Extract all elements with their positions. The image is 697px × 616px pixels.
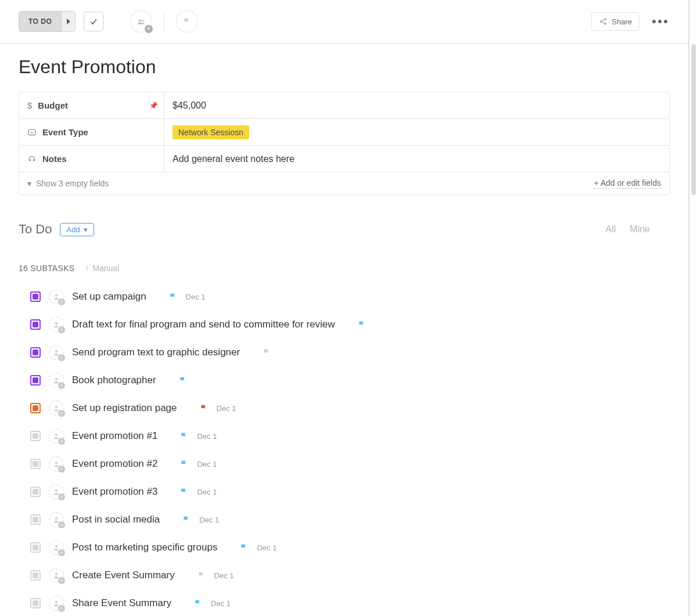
due-date[interactable]: Dec 1: [199, 516, 219, 524]
priority-flag-icon[interactable]: [239, 543, 249, 552]
due-date[interactable]: Dec 1: [197, 488, 217, 496]
task-name[interactable]: Post to marketing specific groups: [72, 542, 217, 553]
task-name[interactable]: Event promotion #1: [72, 430, 157, 442]
task-name[interactable]: Set up registration page: [72, 402, 177, 414]
task-name[interactable]: Create Event Summary: [72, 570, 175, 581]
priority-flag-icon[interactable]: [199, 404, 209, 413]
task-row[interactable]: +Set up registration pageDec 1: [30, 401, 670, 416]
task-checkbox[interactable]: [30, 431, 41, 441]
task-row[interactable]: +Event promotion #1Dec 1: [30, 428, 670, 444]
task-name[interactable]: Book photographer: [72, 374, 156, 386]
task-checkbox[interactable]: [30, 542, 41, 553]
task-name[interactable]: Set up campaign: [72, 291, 146, 302]
chevron-down-icon: ▾: [27, 179, 31, 188]
pin-icon[interactable]: 📌: [149, 102, 158, 110]
assignee-button[interactable]: +: [49, 428, 64, 444]
task-checkbox[interactable]: [30, 291, 41, 302]
priority-flag-icon[interactable]: [179, 459, 189, 469]
more-menu-button[interactable]: [648, 20, 672, 23]
task-row[interactable]: +Post in social mediaDec 1: [30, 512, 670, 527]
assignees-button[interactable]: +: [130, 10, 152, 33]
task-checkbox[interactable]: [30, 598, 41, 608]
priority-flag-icon[interactable]: [178, 376, 188, 385]
task-row[interactable]: +Share Event SummaryDec 1: [30, 596, 670, 611]
priority-flag-icon[interactable]: [179, 487, 189, 496]
task-row[interactable]: +Send program text to graphic designer: [30, 345, 670, 360]
field-value-notes[interactable]: Add general event notes here: [164, 146, 669, 172]
assignee-button[interactable]: +: [49, 289, 64, 304]
field-label[interactable]: $ Budget 📌: [19, 92, 164, 118]
task-row[interactable]: +Event promotion #2Dec 1: [30, 456, 670, 471]
due-date[interactable]: Dec 1: [214, 571, 234, 580]
assignee-button[interactable]: +: [49, 401, 64, 416]
field-value-event-type[interactable]: Network Sessiosn: [164, 119, 669, 145]
scrollbar[interactable]: [689, 0, 697, 616]
task-name[interactable]: Event promotion #3: [72, 486, 157, 498]
task-name[interactable]: Send program text to graphic designer: [72, 347, 240, 358]
section-header: To Do Add ▾ All Mine: [19, 222, 670, 237]
assignee-button[interactable]: +: [49, 373, 64, 388]
assignee-button[interactable]: +: [49, 456, 64, 471]
due-date[interactable]: Dec 1: [211, 599, 231, 608]
plus-badge-icon: +: [58, 298, 65, 305]
task-name[interactable]: Draft text for final program and send to…: [72, 319, 335, 330]
priority-flag-icon[interactable]: [357, 320, 367, 329]
mark-complete-button[interactable]: [84, 12, 103, 31]
assignee-button[interactable]: +: [49, 345, 64, 360]
task-row[interactable]: +Create Event SummaryDec 1: [30, 568, 670, 583]
task-row[interactable]: +Set up campaignDec 1: [30, 289, 670, 304]
filter-all[interactable]: All: [606, 224, 616, 235]
assignee-button[interactable]: +: [49, 596, 64, 611]
task-name[interactable]: Post in social media: [72, 514, 160, 525]
section-title: To Do: [19, 222, 52, 237]
priority-flag-icon[interactable]: [182, 515, 191, 524]
add-subtask-button[interactable]: Add ▾: [60, 223, 94, 236]
page-title[interactable]: Event Promotion: [19, 56, 670, 78]
task-checkbox[interactable]: [30, 319, 41, 330]
due-date[interactable]: Dec 1: [257, 543, 276, 552]
task-checkbox[interactable]: [30, 570, 41, 581]
add-label: Add: [66, 225, 80, 234]
checkbox-inner: [33, 489, 38, 495]
priority-flag-icon[interactable]: [179, 431, 189, 441]
assignee-button[interactable]: +: [49, 568, 64, 583]
assignee-button[interactable]: +: [49, 512, 64, 527]
share-icon: [599, 17, 608, 26]
task-row[interactable]: +Book photographer: [30, 373, 670, 388]
assignee-button[interactable]: +: [49, 317, 64, 332]
task-checkbox[interactable]: [30, 459, 41, 469]
task-checkbox[interactable]: [30, 403, 41, 413]
task-row[interactable]: +Draft text for final program and send t…: [30, 317, 670, 332]
plus-badge-icon: +: [58, 438, 65, 445]
priority-flag-icon[interactable]: [168, 292, 178, 301]
field-value-budget[interactable]: $45,000: [164, 92, 669, 118]
assignee-button[interactable]: +: [49, 484, 64, 499]
add-edit-fields-button[interactable]: + Add or edit fields: [594, 178, 661, 189]
due-date[interactable]: Dec 1: [186, 293, 206, 301]
due-date[interactable]: Dec 1: [197, 460, 217, 469]
due-date[interactable]: Dec 1: [197, 432, 217, 441]
priority-flag-icon[interactable]: [193, 599, 203, 608]
sort-button[interactable]: ↑ Manual: [85, 264, 119, 273]
priority-flag-icon[interactable]: [197, 571, 206, 580]
field-label[interactable]: Event Type: [19, 119, 164, 145]
status-caret[interactable]: [61, 12, 75, 31]
task-checkbox[interactable]: [30, 487, 41, 497]
share-button[interactable]: Share: [591, 12, 639, 31]
task-row[interactable]: +Post to marketing specific groupsDec 1: [30, 540, 670, 555]
priority-button[interactable]: [176, 10, 198, 33]
task-name[interactable]: Share Event Summary: [72, 597, 171, 609]
task-checkbox[interactable]: [30, 375, 41, 386]
scrollbar-thumb[interactable]: [691, 44, 696, 195]
task-checkbox[interactable]: [30, 347, 41, 358]
field-label[interactable]: Notes: [19, 146, 164, 172]
task-name[interactable]: Event promotion #2: [72, 458, 157, 470]
task-checkbox[interactable]: [30, 514, 41, 525]
priority-flag-icon[interactable]: [262, 348, 271, 357]
status-button[interactable]: TO DO: [19, 11, 76, 32]
assignee-button[interactable]: +: [49, 540, 64, 555]
task-row[interactable]: +Event promotion #3Dec 1: [30, 484, 670, 499]
filter-mine[interactable]: Mine: [630, 224, 650, 235]
show-empty-fields-button[interactable]: Show 3 empty fields: [36, 179, 109, 188]
due-date[interactable]: Dec 1: [217, 404, 236, 413]
